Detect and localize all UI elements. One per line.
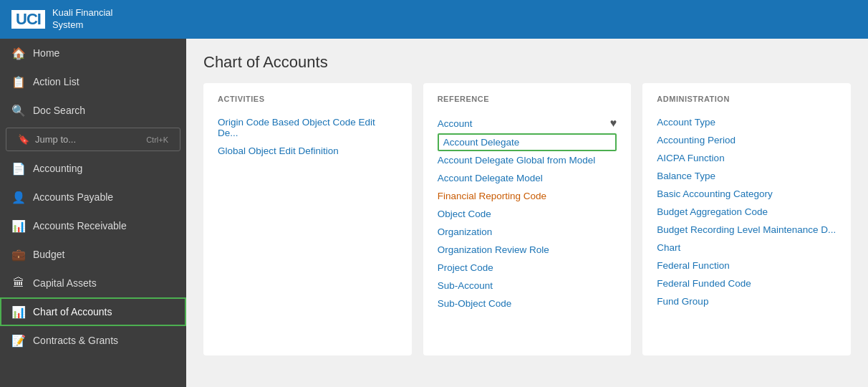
body-wrap: 🏠 Home 📋 Action List 🔍 Doc Search 🔖 Jump… [0, 39, 868, 387]
sidebar: 🏠 Home 📋 Action List 🔍 Doc Search 🔖 Jump… [0, 39, 186, 387]
sidebar-item-label: Contracts & Grants [33, 335, 118, 346]
sidebar-item-label: Home [33, 47, 59, 59]
reference-card-title: REFERENCE [438, 95, 617, 103]
account-delegate-model-link[interactable]: Account Delegate Model [438, 169, 617, 187]
organization-link[interactable]: Organization [438, 223, 617, 241]
sidebar-item-accounts-receivable[interactable]: 📊 Accounts Receivable [0, 211, 186, 240]
chart-link[interactable]: Chart [657, 239, 836, 257]
sidebar-item-home[interactable]: 🏠 Home [0, 39, 186, 67]
sub-object-code-link[interactable]: Sub-Object Code [438, 295, 617, 312]
account-delegate-link[interactable]: Account Delegate [438, 133, 617, 151]
capital-assets-icon: 🏛 [11, 276, 26, 290]
account-delegate-global-link[interactable]: Account Delegate Global from Model [438, 151, 617, 169]
object-code-link[interactable]: Object Code [438, 205, 617, 223]
main-content: Chart of Accounts ACTIVITIES Origin Code… [186, 39, 868, 387]
sidebar-item-label: Action List [33, 76, 79, 87]
contracts-grants-icon: 📝 [11, 333, 26, 348]
budget-recording-level-link[interactable]: Budget Recording Level Maintenance D... [657, 221, 836, 239]
org-review-role-link[interactable]: Organization Review Role [438, 241, 617, 259]
jump-icon: 🔖 [18, 134, 29, 145]
financial-reporting-code-link[interactable]: Financial Reporting Code [438, 187, 617, 205]
origin-code-link[interactable]: Origin Code Based Object Code Edit De... [218, 113, 397, 142]
logo-box: UCI Kuali Financial System [11, 7, 112, 32]
sidebar-item-action-list[interactable]: 📋 Action List [0, 67, 186, 96]
basic-accounting-category-link[interactable]: Basic Accounting Category [657, 185, 836, 203]
jump-shortcut: Ctrl+K [146, 135, 168, 144]
page-title: Chart of Accounts [203, 53, 851, 72]
budget-icon: 💼 [11, 247, 26, 262]
sidebar-item-chart-of-accounts[interactable]: 📊 Chart of Accounts [0, 297, 186, 326]
balance-type-link[interactable]: Balance Type [657, 167, 836, 185]
aicpa-function-link[interactable]: AICPA Function [657, 149, 836, 167]
sidebar-item-label: Accounts Receivable [33, 220, 127, 231]
sidebar-item-accounts-payable[interactable]: 👤 Accounts Payable [0, 183, 186, 211]
cards-row: ACTIVITIES Origin Code Based Object Code… [203, 83, 851, 355]
account-type-link[interactable]: Account Type [657, 113, 836, 131]
activities-card-title: ACTIVITIES [218, 95, 397, 103]
federal-function-link[interactable]: Federal Function [657, 257, 836, 274]
app-header: UCI Kuali Financial System [0, 0, 868, 39]
sidebar-item-label: Capital Assets [33, 277, 97, 289]
global-object-edit-link[interactable]: Global Object Edit Definition [218, 142, 397, 160]
sidebar-item-label: Accounts Payable [33, 191, 113, 203]
activities-card: ACTIVITIES Origin Code Based Object Code… [203, 83, 412, 355]
sidebar-item-accounting[interactable]: 📄 Accounting [0, 154, 186, 183]
accounting-period-link[interactable]: Accounting Period [657, 131, 836, 149]
sub-account-link[interactable]: Sub-Account [438, 277, 617, 295]
account-heart-icon[interactable]: ♥ [610, 117, 617, 130]
sidebar-item-doc-search[interactable]: 🔍 Doc Search [0, 96, 186, 125]
sidebar-item-label: Doc Search [33, 105, 85, 116]
sidebar-item-budget[interactable]: 💼 Budget [0, 240, 186, 269]
accounts-payable-icon: 👤 [11, 190, 26, 204]
action-list-icon: 📋 [11, 75, 26, 89]
fund-group-link[interactable]: Fund Group [657, 292, 836, 310]
chart-of-accounts-icon: 📊 [11, 305, 26, 319]
accounts-receivable-icon: 📊 [11, 219, 26, 233]
doc-search-icon: 🔍 [11, 103, 26, 118]
reference-card: REFERENCE Account ♥ Account Delegate Acc… [423, 83, 632, 355]
jump-to-label: Jump to... [35, 134, 76, 145]
administration-card-title: ADMINISTRATION [657, 95, 836, 103]
accounting-icon: 📄 [11, 161, 26, 176]
federal-funded-code-link[interactable]: Federal Funded Code [657, 274, 836, 292]
sidebar-item-label: Budget [33, 249, 64, 260]
budget-aggregation-code-link[interactable]: Budget Aggregation Code [657, 203, 836, 221]
project-code-link[interactable]: Project Code [438, 259, 617, 277]
sidebar-jump-to[interactable]: 🔖 Jump to... Ctrl+K [6, 128, 180, 151]
administration-card: ADMINISTRATION Account Type Accounting P… [642, 83, 851, 355]
sidebar-item-contracts-grants[interactable]: 📝 Contracts & Grants [0, 326, 186, 355]
account-heart-row: Account ♥ [438, 113, 617, 133]
sidebar-item-capital-assets[interactable]: 🏛 Capital Assets [0, 269, 186, 297]
app-name: Kuali Financial System [52, 7, 113, 32]
account-link[interactable]: Account [438, 118, 473, 129]
home-icon: 🏠 [11, 46, 26, 60]
uci-logo: UCI [11, 10, 45, 29]
sidebar-item-label: Chart of Accounts [33, 306, 112, 317]
sidebar-item-label: Accounting [33, 163, 82, 174]
